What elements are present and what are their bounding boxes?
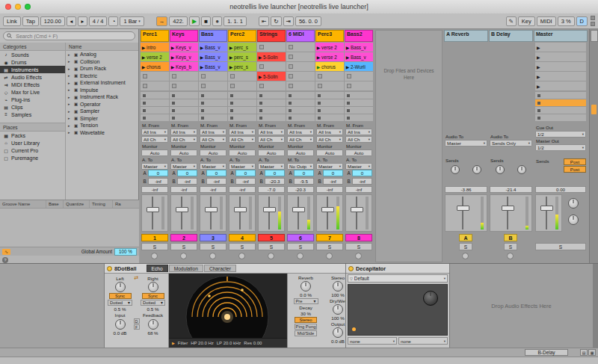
input-select[interactable]: All Ins▾ (200, 129, 226, 135)
channel-select[interactable]: All Ch▾ (170, 136, 197, 143)
send-value[interactable]: 0 (294, 170, 314, 176)
track-header[interactable]: 6 MIDI (286, 30, 315, 42)
punch-in-toggle[interactable]: ⇤ (259, 16, 269, 26)
device-on-toggle[interactable] (107, 266, 112, 271)
volume-display[interactable]: -20.3 (287, 186, 314, 193)
play-button[interactable]: ▶ (189, 16, 200, 26)
clip-view-toggle[interactable]: ▤ (580, 349, 588, 356)
tempo-field[interactable]: 120.00 (40, 16, 65, 26)
record-button[interactable]: ● (212, 16, 222, 26)
track-activator[interactable]: 6 (287, 234, 314, 241)
clip-stop-button[interactable] (257, 107, 286, 114)
clip[interactable]: ▶chorus (315, 62, 344, 71)
clip-stop-button[interactable] (141, 107, 169, 114)
feedback-knob[interactable] (148, 319, 158, 330)
sidebar-item-sounds[interactable]: ♪Sounds (0, 51, 65, 58)
routing-a-select[interactable]: none▾ (348, 337, 397, 345)
track-activator[interactable]: 8 (345, 234, 372, 241)
monitor-auto-button[interactable]: Auto (287, 149, 314, 156)
clip-stop-button[interactable] (257, 114, 286, 121)
global-amount-field[interactable]: 100 % (114, 248, 137, 256)
browser-search[interactable] (3, 31, 135, 40)
fader-handle[interactable] (176, 207, 188, 212)
clip-stop-button[interactable] (199, 107, 227, 114)
fader-handle[interactable] (540, 206, 553, 211)
track-header[interactable]: Perc1 (141, 30, 169, 42)
loop-toggle[interactable]: ↻ (271, 16, 281, 26)
column-groove-name[interactable]: Groove Name (0, 200, 46, 208)
solo-button[interactable]: S (287, 243, 314, 250)
empty-clip-slot[interactable] (257, 81, 286, 90)
empty-clip-slot[interactable] (286, 81, 315, 90)
solo-button[interactable]: S (200, 243, 226, 250)
song-position-field[interactable]: 1. 1. 1 (224, 16, 247, 26)
browser-item-sampler[interactable]: ▸▣Sampler (66, 108, 138, 115)
clip-stop-button[interactable] (345, 114, 373, 121)
volume-fader[interactable] (141, 194, 168, 232)
overview-toggle[interactable] (591, 30, 598, 42)
send-value[interactable]: 0 (177, 170, 197, 176)
clip[interactable]: ▶Bass_v (199, 62, 227, 71)
clip-stop-button[interactable] (345, 92, 373, 99)
tab-character[interactable]: Character (204, 265, 236, 272)
stereo-link-icon[interactable]: ⇄ (135, 275, 139, 281)
clip[interactable]: ▶perc_s (228, 52, 256, 61)
browser-item-electric[interactable]: ▸▣Electric (66, 73, 138, 80)
volume-fader[interactable] (345, 194, 372, 232)
browser-item-impulse[interactable]: ▸▣Impulse (66, 87, 138, 94)
device-chain-scrollbar[interactable]: B-Delay ▤ ▦ (0, 348, 598, 357)
channel-select[interactable]: All Ch▾ (316, 136, 343, 143)
arm-button[interactable] (209, 253, 216, 259)
arm-button[interactable] (268, 253, 274, 259)
send-value[interactable]: 0 (148, 170, 168, 176)
column-timing[interactable]: Timing (90, 200, 113, 208)
return-activator[interactable]: A (459, 234, 472, 241)
input-value[interactable]: 0.0 dB (114, 330, 127, 336)
browser-item-drum-rack[interactable]: ▸▣Drum Rack (66, 65, 138, 73)
audio-to-select[interactable]: Master▾ (445, 140, 487, 146)
browser-item-collision[interactable]: ▸▣Collision (66, 58, 138, 66)
master-pan-knob[interactable] (568, 215, 579, 225)
scrollbar-thumb[interactable] (591, 105, 597, 114)
scene-slot[interactable]: ▶ (535, 43, 586, 52)
clip[interactable]: ▶Bass_v (345, 43, 373, 52)
volume-fader[interactable] (258, 194, 285, 232)
arm-button[interactable] (355, 253, 362, 259)
reverb-position-select[interactable]: Pre▾ (294, 298, 318, 304)
clip[interactable]: ▶Bass_v (199, 52, 227, 61)
dry-wet-value[interactable]: 100 % (331, 315, 345, 321)
browser-item-tension[interactable]: ▸▣Tension (66, 122, 138, 129)
nudge-up-button[interactable]: ▸ (78, 16, 87, 26)
send-value[interactable]: 0 (323, 170, 343, 176)
volume-display[interactable]: -inf (345, 186, 372, 193)
link-toggle[interactable]: Link (3, 16, 21, 26)
channel-select[interactable]: All Ch▾ (229, 136, 256, 143)
empty-clip-slot[interactable] (199, 72, 227, 81)
send-a-knob[interactable] (451, 165, 460, 174)
punch-out-toggle[interactable]: ⇥ (283, 16, 294, 26)
volume-display[interactable]: -inf (200, 186, 226, 193)
clip[interactable]: ▶intro (141, 43, 169, 52)
key-map-toggle[interactable]: Key (518, 16, 535, 26)
left-division-select[interactable]: Dotted▾ (108, 300, 132, 306)
input-select[interactable]: All Ins▾ (141, 129, 168, 135)
arrangement-position-field[interactable]: 422. (169, 16, 188, 26)
sidebar-item-plug-ins[interactable]: ⌁Plug-ins (0, 96, 65, 103)
arm-button[interactable] (326, 253, 333, 259)
pan-knob[interactable] (507, 253, 514, 259)
clip-stop-button[interactable] (315, 107, 344, 114)
scene-slot[interactable]: ▶ (535, 62, 586, 71)
send-value[interactable]: -20.3 (265, 178, 285, 185)
sidebar-item-drums[interactable]: ◉Drums (0, 58, 65, 66)
scene-slot[interactable]: ▶ (535, 52, 586, 61)
place-item-packs[interactable]: ▦Packs (0, 132, 65, 139)
send-a-knob[interactable] (496, 165, 505, 174)
clip[interactable]: ▶verse 2 (315, 52, 344, 61)
clip-stop-button[interactable] (199, 114, 227, 121)
arm-button[interactable] (151, 253, 158, 259)
arm-button[interactable] (238, 253, 245, 259)
column-random[interactable]: Ra (113, 200, 139, 208)
output-value[interactable]: 0.0 dB (331, 339, 345, 344)
clip-stop-button[interactable] (228, 99, 256, 106)
browser-item-operator[interactable]: ▸▣Operator (66, 101, 138, 108)
